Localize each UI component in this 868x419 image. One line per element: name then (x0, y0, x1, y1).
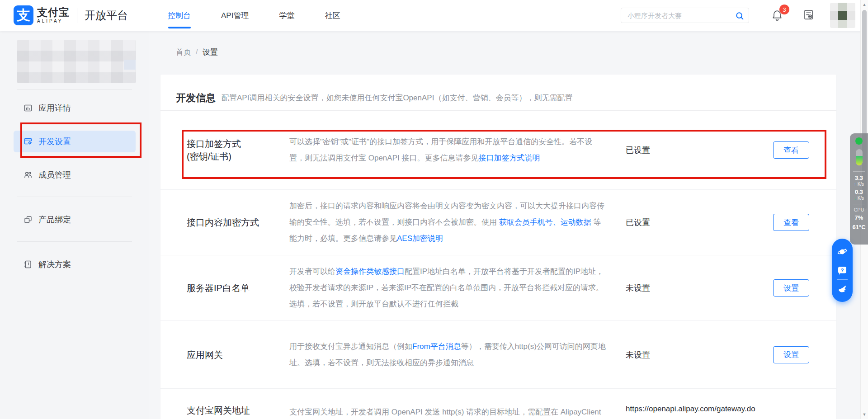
breadcrumb-separator: / (196, 47, 198, 56)
dev-info-card: 开发信息 配置API调用相关的安全设置，如您未使用任何支付宝OpenAPI（如支… (160, 75, 836, 419)
brand-divider (77, 8, 77, 23)
settings-row-1: 接口内容加密方式加密后，接口的请求内容和响应内容将会由明文内容变为密文内容，可以… (160, 190, 836, 255)
main-content: 首页 / 设置 开发信息 配置API调用相关的安全设置，如您未使用任何支付宝Op… (149, 31, 868, 419)
card-subtitle: 配置API调用相关的安全设置，如您未使用任何支付宝OpenAPI（如支付、营销、… (222, 93, 572, 103)
primary-nav: 控制台API管理学堂社区 (168, 0, 370, 31)
top-navbar: 支 支付宝 ALIPAY 开放平台 控制台API管理学堂社区 3 (0, 0, 868, 31)
status-text: 已设置 (606, 217, 772, 228)
feedback-survey-icon[interactable] (802, 8, 815, 23)
notification-bell-icon[interactable]: 3 (771, 9, 783, 22)
search-icon[interactable] (735, 11, 745, 21)
gauge-pill-icon (856, 149, 863, 165)
settings-row-3: 应用网关用于接收支付宝异步通知消息（例如From平台消息等），需要传入http(… (160, 321, 836, 389)
app-info-blurred (17, 40, 136, 83)
row-label: 接口加签方式(密钥/证书) (187, 137, 289, 163)
inline-link[interactable]: From平台消息 (412, 342, 461, 351)
search-box (621, 8, 749, 23)
row-description: 开发者可以给资金操作类敏感接口配置IP地址白名单，开放平台将基于开发者配置的IP… (289, 264, 606, 312)
sidebar: 应用详情开发设置成员管理产品绑定解决方案 (0, 31, 149, 419)
view-button[interactable]: 查看 (773, 214, 809, 231)
nav-item-1[interactable]: API管理 (221, 0, 249, 31)
status-dot-icon (855, 137, 863, 145)
row-label: 服务器IP白名单 (187, 282, 289, 294)
status-text: 已设置 (606, 145, 772, 155)
up-arrow-icon: ↑ (854, 182, 856, 187)
cpu-label: CPU (854, 207, 864, 212)
notification-badge: 3 (779, 5, 789, 14)
avatar[interactable] (830, 3, 855, 28)
inline-link[interactable]: 资金操作类敏感接口 (335, 267, 405, 276)
nav-item-0[interactable]: 控制台 (168, 0, 191, 31)
breadcrumb-current: 设置 (203, 47, 218, 57)
sidebar-item-4[interactable]: 解决方案 (14, 254, 136, 275)
logo-subtext: ALIPAY (37, 19, 70, 24)
row-label: 支付宝网关地址 (187, 404, 289, 417)
settings-row-0: 接口加签方式(密钥/证书)可以选择"密钥"或"证书"的接口加签方式，用于保障应用… (160, 111, 836, 190)
setup-button[interactable]: 设置 (773, 346, 809, 363)
sidebar-item-label: 应用详情 (38, 103, 71, 113)
sidebar-item-0[interactable]: 应用详情 (14, 97, 136, 119)
dev-settings-icon (24, 137, 33, 146)
gateway-url: https://openapi.alipay.com/gateway.do (626, 405, 755, 413)
sidebar-item-label: 解决方案 (38, 259, 71, 270)
card-title: 开发信息 (176, 91, 216, 105)
solutions-icon (24, 260, 33, 269)
sidebar-item-1[interactable]: 开发设置 (14, 131, 136, 152)
svg-text:?: ? (840, 268, 844, 273)
row-label: 应用网关 (187, 348, 289, 361)
search-input[interactable] (621, 8, 749, 23)
sidebar-divider (17, 89, 132, 90)
floating-assistant-menu: ? (832, 239, 853, 302)
download-speed-value: 0.3 (855, 188, 863, 195)
nav-item-3[interactable]: 社区 (325, 0, 340, 31)
row-description: 支付宝网关地址，开发者调用 OpenAPI 发送 http(s) 请求的目标地址… (289, 404, 606, 419)
inline-link[interactable]: 接口加签方式说明 (478, 154, 540, 162)
view-button[interactable]: 查看 (773, 141, 809, 159)
platform-name: 开放平台 (85, 8, 128, 23)
row-description: 可以选择"密钥"或"证书"的接口加签方式，用于保障应用和开放平台通信的安全性。若… (289, 134, 606, 166)
temperature-value: 61°C (852, 224, 865, 231)
app-detail-icon (24, 104, 33, 113)
sidebar-item-label: 开发设置 (38, 136, 71, 147)
upload-speed-value: 3.3 (855, 174, 863, 181)
settings-row-4: 支付宝网关地址支付宝网关地址，开发者调用 OpenAPI 发送 http(s) … (160, 389, 836, 419)
sidebar-item-2[interactable]: 成员管理 (14, 164, 136, 186)
scroll-up-arrow[interactable]: ▲ (861, 2, 868, 7)
brand[interactable]: 支 支付宝 ALIPAY 开放平台 (14, 5, 128, 25)
sidebar-group-divider (17, 241, 132, 242)
status-text: 未设置 (606, 349, 772, 360)
cpu-usage-value: 7% (855, 214, 863, 221)
system-monitor-widget: 3.3 ↑ K/s 0.3 ↓ K/s CPU 7% 61°C (850, 133, 868, 245)
dingtalk-icon[interactable] (837, 283, 848, 294)
product-binding-icon (24, 215, 33, 224)
nav-item-2[interactable]: 学堂 (279, 0, 294, 31)
download-speed-unit: K/s (858, 196, 864, 201)
alipay-logo-icon: 支 (14, 5, 33, 25)
settings-row-2: 服务器IP白名单开发者可以给资金操作类敏感接口配置IP地址白名单，开放平台将基于… (160, 255, 836, 321)
sidebar-item-3[interactable]: 产品绑定 (14, 209, 136, 231)
logo-text: 支付宝 (37, 7, 70, 18)
inline-link[interactable]: AES加密说明 (397, 234, 443, 243)
down-arrow-icon: ↓ (854, 196, 856, 201)
page: 支 支付宝 ALIPAY 开放平台 控制台API管理学堂社区 3 (0, 0, 868, 419)
row-description: 加密后，接口的请求内容和响应内容将会由明文内容变为密文内容，可以大大提升接口内容… (289, 198, 606, 247)
help-icon[interactable]: ? (837, 265, 848, 276)
sidebar-item-label: 产品绑定 (38, 214, 71, 225)
upload-speed-unit: K/s (858, 182, 864, 187)
inline-link[interactable]: 获取会员手机号、运动数据 (499, 218, 591, 226)
sidebar-item-label: 成员管理 (38, 169, 71, 180)
planet-icon[interactable] (837, 246, 848, 257)
row-description: 用于接收支付宝异步通知消息（例如From平台消息等），需要传入http(s)公网… (289, 339, 606, 371)
scroll-down-arrow[interactable]: ▼ (861, 412, 868, 417)
sidebar-group-divider (17, 197, 132, 197)
breadcrumb: 首页 / 设置 (176, 47, 868, 57)
setup-button[interactable]: 设置 (773, 279, 809, 297)
status-text: 未设置 (606, 282, 772, 293)
row-label: 接口内容加密方式 (187, 216, 289, 229)
members-icon (24, 170, 33, 179)
breadcrumb-home[interactable]: 首页 (176, 47, 191, 57)
